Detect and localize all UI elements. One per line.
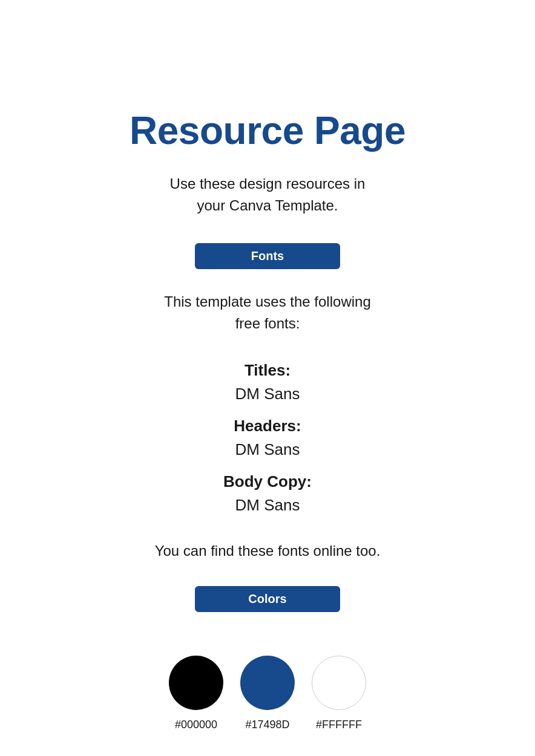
colors-badge: Colors (195, 586, 340, 612)
color-item-white: #FFFFFF (312, 656, 366, 731)
colors-section: Colors #000000 #17498D #FFFFFF (61, 586, 474, 731)
page-title: Resource Page (130, 109, 405, 154)
color-swatch-blue (240, 656, 295, 710)
color-swatches: #000000 #17498D #FFFFFF (169, 656, 366, 731)
fonts-footer: You can find these fonts online too. (155, 543, 381, 559)
body-copy-font: DM Sans (235, 494, 300, 517)
font-list: Titles: DM Sans Headers: DM Sans Body Co… (223, 354, 312, 521)
fonts-intro: This template uses the followingfree fon… (164, 291, 371, 334)
color-hex-black: #000000 (175, 719, 217, 731)
titles-font: DM Sans (235, 382, 300, 406)
page-container: Resource Page Use these design resources… (0, 0, 535, 756)
color-swatch-black (169, 656, 223, 710)
color-item-black: #000000 (169, 656, 223, 731)
fonts-badge: Fonts (195, 243, 340, 269)
headers-label: Headers: (234, 414, 301, 438)
color-hex-white: #FFFFFF (316, 719, 362, 731)
headers-font: DM Sans (235, 438, 300, 461)
body-copy-label: Body Copy: (223, 470, 312, 494)
color-swatch-white (312, 656, 366, 710)
color-hex-blue: #17498D (245, 719, 289, 731)
subtitle: Use these design resources inyour Canva … (170, 173, 366, 217)
color-item-blue: #17498D (240, 656, 295, 731)
titles-label: Titles: (245, 359, 290, 382)
